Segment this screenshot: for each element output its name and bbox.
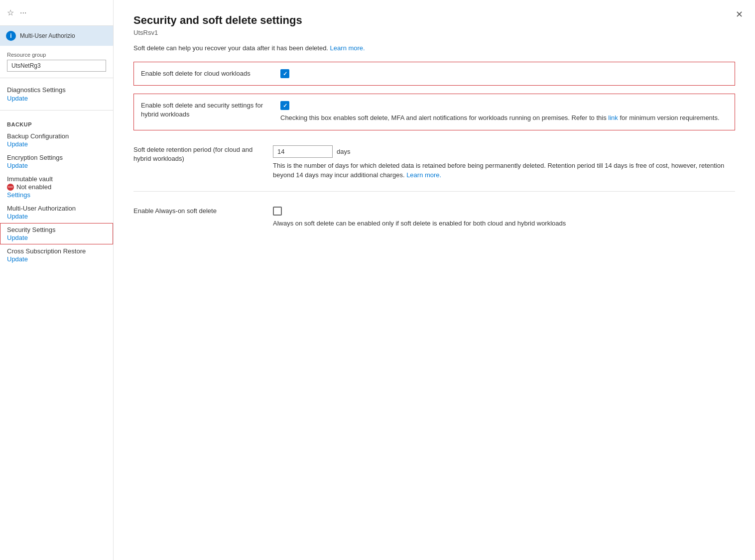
backup-config-link[interactable]: Update xyxy=(7,140,106,148)
always-on-row: Enable Always-on soft delete Always on s… xyxy=(133,200,735,235)
close-button[interactable]: ✕ xyxy=(736,10,743,19)
mua-banner-text: Multi-User Authorizio xyxy=(20,32,75,39)
hybrid-workloads-description: Checking this box enables soft delete, M… xyxy=(280,113,728,123)
sidebar-item-encryption: Encryption Settings Update xyxy=(0,151,113,172)
checkmark-icon: ✓ xyxy=(283,71,287,77)
main-learn-more-link[interactable]: Learn more. xyxy=(330,44,365,52)
hybrid-workloads-label: Enable soft delete and security settings… xyxy=(141,101,280,119)
sidebar-item-mua: Multi-User Authorization Update xyxy=(0,202,113,223)
cloud-workloads-checkbox[interactable]: ✓ xyxy=(280,69,289,78)
not-enabled-icon: — xyxy=(7,184,14,191)
mua-banner[interactable]: i Multi-User Authorizio xyxy=(0,26,113,46)
hybrid-workloads-control: ✓ Checking this box enables soft delete,… xyxy=(280,101,728,123)
page-subtitle: UtsRsv1 xyxy=(133,29,735,36)
days-label: days xyxy=(337,148,350,155)
encryption-title: Encryption Settings xyxy=(7,154,106,161)
sidebar: ☆ ··· i Multi-User Authorizio Resource g… xyxy=(0,0,114,560)
encryption-link[interactable]: Update xyxy=(7,162,106,169)
hybrid-workloads-checkbox[interactable]: ✓ xyxy=(280,101,289,110)
always-on-checkbox[interactable] xyxy=(273,207,282,216)
backup-config-title: Backup Configuration xyxy=(7,132,106,140)
cloud-workloads-label: Enable soft delete for cloud workloads xyxy=(141,69,280,78)
security-settings-title: Security Settings xyxy=(7,226,106,233)
always-on-label: Enable Always-on soft delete xyxy=(133,207,273,216)
info-icon: i xyxy=(6,31,16,41)
sidebar-item-security-settings: Security Settings Update xyxy=(0,223,113,244)
always-on-checkbox-row xyxy=(273,207,735,216)
hybrid-workloads-checkbox-row: ✓ xyxy=(280,101,728,110)
retention-description: This is the number of days for which del… xyxy=(273,161,735,180)
retention-control: days This is the number of days for whic… xyxy=(273,145,735,180)
page-title: Security and soft delete settings xyxy=(133,14,735,27)
always-on-description: Always on soft delete can be enabled onl… xyxy=(273,219,735,228)
cloud-workloads-control: ✓ xyxy=(280,69,728,78)
diagnostics-label: Diagnostics Settings xyxy=(7,86,106,94)
sidebar-item-backup-config: Backup Configuration Update xyxy=(0,129,113,151)
always-on-control: Always on soft delete can be enabled onl… xyxy=(273,207,735,228)
hybrid-desc-suffix: for minimum version requirements. xyxy=(620,114,719,121)
retention-period-row: Soft delete retention period (for cloud … xyxy=(133,138,735,187)
retention-input[interactable] xyxy=(273,145,333,158)
checkmark-icon-2: ✓ xyxy=(283,103,287,109)
sidebar-item-cross-sub: Cross Subscription Restore Update xyxy=(0,244,113,266)
immutable-status: — Not enabled xyxy=(7,183,106,191)
section-divider xyxy=(133,191,735,192)
description-text: Soft delete can help you recover your da… xyxy=(133,44,328,52)
page-description: Soft delete can help you recover your da… xyxy=(133,44,735,52)
sidebar-item-immutable-vault: Immutable vault — Not enabled Settings xyxy=(0,172,113,202)
immutable-status-text: Not enabled xyxy=(16,183,51,191)
retention-learn-more-link[interactable]: Learn more. xyxy=(406,171,441,179)
resource-group-input[interactable]: UtsNetRg3 xyxy=(7,60,106,72)
cross-sub-title: Cross Subscription Restore xyxy=(7,247,106,255)
immutable-vault-link[interactable]: Settings xyxy=(7,191,106,199)
mua-link[interactable]: Update xyxy=(7,213,106,220)
cloud-workloads-checkbox-row: ✓ xyxy=(280,69,728,78)
diagnostics-update-link[interactable]: Update xyxy=(7,95,106,102)
retention-label: Soft delete retention period (for cloud … xyxy=(133,145,273,163)
resource-group-section: Resource group UtsNetRg3 xyxy=(0,46,113,74)
retention-input-row: days xyxy=(273,145,735,158)
resource-group-label: Resource group xyxy=(7,52,106,58)
retention-desc-text: This is the number of days for which del… xyxy=(273,162,724,179)
hybrid-desc-text: Checking this box enables soft delete, M… xyxy=(280,114,607,121)
diagnostics-section: Diagnostics Settings Update xyxy=(0,82,113,106)
main-panel: ✕ Security and soft delete settings UtsR… xyxy=(114,0,755,560)
cloud-workloads-row: Enable soft delete for cloud workloads ✓ xyxy=(133,62,735,86)
cross-sub-link[interactable]: Update xyxy=(7,255,106,263)
backup-header: BACKUP xyxy=(0,114,113,129)
sidebar-top-bar: ☆ ··· xyxy=(0,0,113,26)
immutable-vault-title: Immutable vault xyxy=(7,175,106,183)
security-settings-link[interactable]: Update xyxy=(7,234,106,241)
hybrid-link[interactable]: link xyxy=(608,114,618,121)
star-icon[interactable]: ☆ xyxy=(7,8,14,17)
mua-title: Multi-User Authorization xyxy=(7,205,106,212)
hybrid-workloads-row: Enable soft delete and security settings… xyxy=(133,94,735,130)
ellipsis-icon[interactable]: ··· xyxy=(20,8,26,17)
